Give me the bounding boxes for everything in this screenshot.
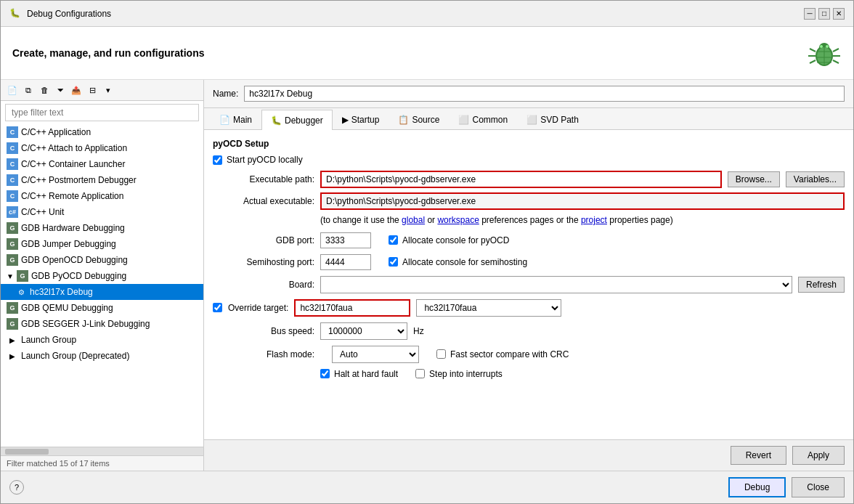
tab-startup[interactable]: ▶ Startup (333, 110, 389, 129)
override-select[interactable]: hc32l170faua (416, 299, 561, 317)
tree-item-gdb-pyocd[interactable]: ▼ G GDB PyOCD Debugging (1, 268, 203, 284)
board-row: Board: Refresh (213, 276, 845, 293)
expand-icon: ▼ (7, 272, 14, 280)
tree-item-cpp-container[interactable]: C C/C++ Container Launcher (1, 156, 203, 172)
halt-row: Halt at hard fault Step into interrupts (213, 369, 845, 379)
variables-button[interactable]: Variables... (786, 171, 845, 187)
tab-svd[interactable]: ⬜ SVD Path (517, 110, 588, 129)
tree-item-label: GDB Hardware Debugging (21, 223, 125, 233)
refresh-button[interactable]: Refresh (798, 277, 845, 293)
override-label: Override target: (228, 303, 288, 313)
tree-item-label: C/C++ Application (21, 127, 91, 137)
tree-item-label: Launch Group (Deprecated) (21, 351, 129, 361)
workspace-link[interactable]: workspace (437, 215, 479, 225)
filter-button[interactable]: ⏷ (53, 83, 68, 97)
bus-speed-select[interactable]: 1000000 (320, 322, 407, 340)
filter-input[interactable] (5, 104, 199, 121)
tree-item-launch-group-deprecated[interactable]: ▶ Launch Group (Deprecated) (1, 348, 203, 364)
revert-button[interactable]: Revert (731, 446, 786, 465)
tree-item-label: GDB PyOCD Debugging (31, 271, 126, 281)
alloc-semi-checkbox[interactable] (389, 257, 398, 267)
start-pyocd-checkbox[interactable] (213, 155, 222, 165)
tab-debugger[interactable]: 🐛 Debugger (261, 110, 333, 130)
export-button[interactable]: 📤 (69, 83, 84, 97)
tree-item-cpp-postmortem[interactable]: C C/C++ Postmortem Debugger (1, 172, 203, 188)
tree-item-hc32[interactable]: ⚙ hc32l17x Debug (1, 284, 203, 300)
content-area: pyOCD Setup Start pyOCD locally Executab… (204, 130, 853, 439)
alloc-pyocd-group: Allocate console for pyOCD (389, 235, 509, 245)
tree-item-label: GDB OpenOCD Debugging (21, 255, 128, 265)
collapse-button[interactable]: ⊟ (85, 83, 99, 97)
debug-button[interactable]: Debug (728, 477, 786, 497)
tab-main[interactable]: 📄 Main (210, 110, 261, 129)
actual-executable-label: Actual executable: (213, 196, 314, 206)
section-title: pyOCD Setup (213, 139, 845, 149)
info-text: (to change it use the global or workspac… (213, 214, 845, 227)
help-button[interactable]: ? (9, 480, 24, 495)
minimize-button[interactable]: ─ (804, 8, 816, 20)
halt-checkbox[interactable] (320, 369, 330, 378)
start-pyocd-row: Start pyOCD locally (213, 155, 845, 165)
more-button[interactable]: ▾ (101, 83, 115, 97)
close-button[interactable]: ✕ (833, 8, 845, 20)
board-select[interactable] (320, 276, 792, 293)
name-label: Name: (213, 89, 238, 99)
sub-icon: ⚙ (15, 286, 27, 298)
apply-button[interactable]: Apply (792, 446, 845, 465)
g-icon: G (17, 270, 28, 282)
delete-button[interactable]: 🗑 (37, 83, 52, 97)
tree-item-cpp-app[interactable]: C C/C++ Application (1, 124, 203, 140)
gdb-port-input[interactable] (320, 232, 371, 248)
tree-item-label: C/C++ Attach to Application (21, 143, 127, 153)
tab-source[interactable]: 📋 Source (389, 110, 449, 129)
executable-path-input[interactable] (320, 171, 722, 188)
debugger-icon: 🐛 (271, 115, 282, 126)
close-button[interactable]: Close (792, 477, 845, 497)
project-link[interactable]: project (581, 215, 607, 225)
step-checkbox[interactable] (415, 369, 425, 378)
tree-item-gdb-segger[interactable]: G GDB SEGGER J-Link Debugging (1, 316, 203, 332)
tree-item-label: C/C++ Postmortem Debugger (21, 175, 137, 185)
source-icon: 📋 (398, 115, 409, 125)
horizontal-scrollbar[interactable] (1, 447, 203, 455)
tree-item-launch-group[interactable]: ▶ Launch Group (1, 332, 203, 348)
alloc-pyocd-checkbox[interactable] (389, 235, 398, 245)
tree-item-cpp-unit[interactable]: c# C/C++ Unit (1, 204, 203, 220)
filter-status: Filter matched 15 of 17 items (7, 459, 110, 468)
executable-path-label: Executable path: (213, 174, 314, 184)
maximize-button[interactable]: □ (818, 8, 830, 20)
tree-item-gdb-jumper[interactable]: G GDB Jumper Debugging (1, 236, 203, 252)
fast-sector-checkbox[interactable] (436, 349, 446, 359)
duplicate-button[interactable]: ⧉ (21, 83, 36, 97)
tree-item-gdb-openocd[interactable]: G GDB OpenOCD Debugging (1, 252, 203, 268)
override-checkbox[interactable] (213, 303, 222, 312)
svg-point-8 (820, 45, 823, 48)
alloc-semi-group: Allocate console for semihosting (389, 257, 527, 267)
config-tree: C C/C++ Application C C/C++ Attach to Ap… (1, 124, 203, 447)
halt-label: Halt at hard fault (334, 369, 398, 379)
override-input[interactable] (294, 299, 410, 317)
tree-item-gdb-qemu[interactable]: G GDB QEMU Debugging (1, 300, 203, 316)
override-row: Override target: hc32l170faua (213, 299, 845, 317)
semi-port-input[interactable] (320, 254, 371, 270)
svd-icon: ⬜ (526, 115, 537, 125)
tree-item-cpp-remote[interactable]: C C/C++ Remote Application (1, 188, 203, 204)
g-icon: G (7, 222, 18, 234)
tab-common[interactable]: ⬜ Common (449, 110, 517, 129)
browse-button[interactable]: Browse... (728, 171, 780, 187)
tree-item-gdb-hw[interactable]: G GDB Hardware Debugging (1, 220, 203, 236)
name-row: Name: (204, 80, 853, 108)
name-input[interactable] (244, 86, 845, 102)
actual-executable-input[interactable] (320, 192, 845, 210)
new-config-button[interactable]: 📄 (5, 83, 20, 97)
step-label: Step into interrupts (429, 369, 503, 379)
header-title: Create, manage, and run configurations (12, 47, 205, 59)
common-icon: ⬜ (458, 115, 469, 125)
board-label: Board: (213, 280, 314, 290)
global-link[interactable]: global (402, 215, 425, 225)
fast-sector-group: Fast sector compare with CRC (436, 349, 569, 359)
tree-item-cpp-attach[interactable]: C C/C++ Attach to Application (1, 140, 203, 156)
bus-speed-row: Bus speed: 1000000 Hz (213, 322, 845, 340)
executable-path-row: Executable path: Browse... Variables... (213, 171, 845, 188)
flash-mode-select[interactable]: Auto (332, 346, 419, 363)
